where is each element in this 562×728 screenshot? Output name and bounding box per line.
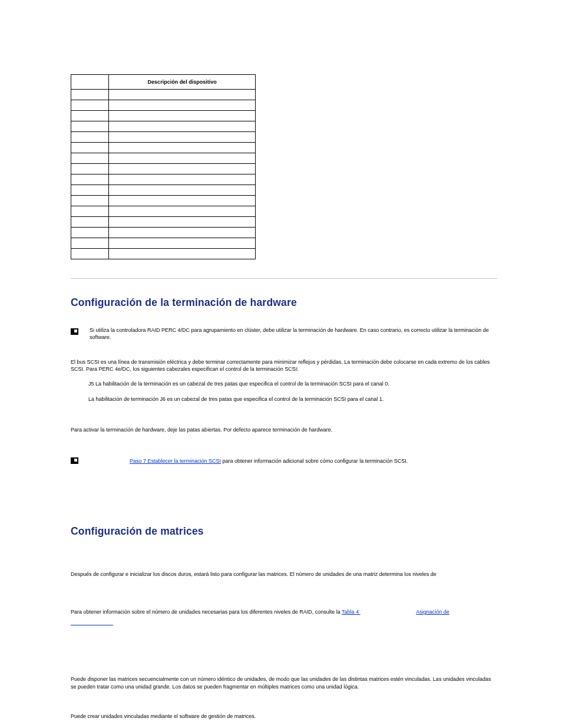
table-row [71,206,256,217]
table-cell-id [71,143,109,153]
table-cell-desc [109,121,256,132]
table-cell-id [71,90,109,100]
note-row: Paso 7 Establecer la terminación SCSI pa… [71,456,497,466]
table-cell-id [71,185,109,196]
table-cell-desc [109,185,256,196]
table-row [71,174,256,185]
paragraph: El bus SCSI es una línea de transmisión … [71,358,497,373]
paragraph: Para activar la terminación de hardware,… [71,426,497,433]
note-icon [71,457,78,464]
table-cell-desc [109,217,256,228]
table-row [71,228,256,238]
table-cell-desc [109,249,256,259]
table-cell-id [71,238,109,249]
table-row [71,121,256,132]
table-row [71,132,256,143]
paragraph: Para obtener información sobre el número… [71,608,497,615]
table-cell-desc [109,174,256,185]
table-cell-desc [109,90,256,100]
note-text: Paso 7 Establecer la terminación SCSI pa… [90,457,497,465]
section-divider [71,278,497,279]
paragraph: Puede crear unidades vinculadas mediante… [71,713,497,720]
note-text: Si utiliza la controladora RAID PERC 4/D… [90,327,497,341]
section-title-hardware-termination: Configuración de la terminación de hardw… [71,297,497,309]
table-row [71,196,256,206]
table-cell-desc [109,238,256,249]
table-row [71,90,256,100]
table-row [71,217,256,228]
table-row [71,100,256,111]
table-cell-id [71,100,109,111]
table-cell-desc [109,111,256,121]
link-step7-scsi-termination[interactable]: Paso 7 Establecer la terminación SCSI [130,458,221,464]
table-cell-id [71,153,109,164]
table-cell-id [71,206,109,217]
section-title-array-config: Configuración de matrices [71,525,497,538]
table-cell-id [71,249,109,259]
note-icon [71,328,78,335]
link-table-4[interactable]: Tabla 4 [342,609,361,615]
table-cell-id [71,196,109,206]
table-cell-id [71,174,109,185]
table-row [71,249,256,259]
table-row [71,143,256,153]
table-cell-desc [109,153,256,164]
table-row [71,111,256,121]
paragraph-underline-fragment [71,620,497,627]
table-cell-desc [109,132,256,143]
paragraph-text: Para obtener información sobre el número… [71,609,342,615]
table-cell-desc [109,164,256,174]
table-cell-id [71,121,109,132]
paragraph: Después de configurar e inicializar los … [71,571,497,578]
header-list: J5 La habilitación de la terminación es … [88,380,497,403]
link-asignacion[interactable]: Asignación de [416,609,449,615]
table-cell-desc [109,143,256,153]
table-header-row: Descripción del dispositivo [71,75,256,90]
note-row: Si utiliza la controladora RAID PERC 4/D… [71,327,497,341]
table-cell-id [71,164,109,174]
table-header-desc: Descripción del dispositivo [109,75,256,90]
list-item: La habilitación de terminación J6 es un … [88,396,497,403]
table-row [71,238,256,249]
table-cell-desc [109,196,256,206]
table-header-id [71,75,109,90]
table-cell-desc [109,228,256,238]
table-cell-id [71,111,109,121]
table-cell-id [71,217,109,228]
table-cell-desc [109,206,256,217]
scsi-id-table: Descripción del dispositivo [71,74,256,259]
table-row [71,164,256,174]
list-item: J5 La habilitación de la terminación es … [88,380,497,387]
spacer-text [361,609,416,615]
table-row [71,185,256,196]
table-row [71,153,256,164]
table-cell-id [71,132,109,143]
paragraph: Puede disponer las matrices secuencialme… [71,676,497,690]
table-cell-desc [109,100,256,111]
note-text-tail: para obtener información adicional sobre… [221,458,408,464]
table-cell-id [71,228,109,238]
